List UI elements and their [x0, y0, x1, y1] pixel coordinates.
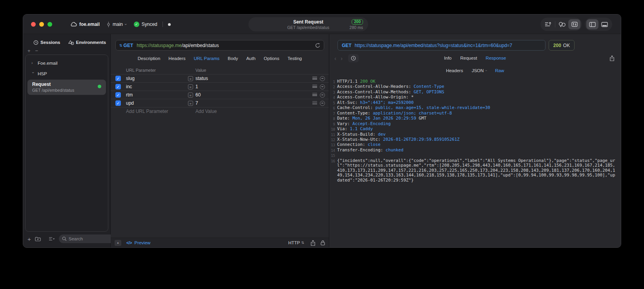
app-window: foe.email main › ✓ Synced Sent Request G… [23, 14, 621, 248]
project-selector[interactable]: foe.email [70, 22, 100, 27]
param-row-rtm: ✓rtm=60 [111, 91, 329, 99]
request-url[interactable]: https://statuspage.me/api/embed/status [137, 43, 315, 48]
tab-environments[interactable]: Environments [68, 40, 106, 45]
resend-button[interactable] [315, 43, 320, 48]
param-value[interactable]: 7 [195, 100, 198, 106]
editor-footer: ▲ </> Preview HTTP ⇅ [111, 238, 329, 247]
tab-info[interactable]: Info [444, 56, 452, 60]
equals-box-icon: = [188, 84, 193, 89]
history-button[interactable] [348, 54, 359, 62]
sent-request-title: Sent Request [287, 19, 329, 25]
protocol-selector[interactable]: HTTP ⇅ [288, 240, 305, 245]
dynamic-values-button[interactable] [556, 19, 568, 29]
tree-item-foe-email[interactable]: ›Foe.email [26, 58, 108, 68]
remove-param-button[interactable] [320, 101, 325, 106]
preview-button[interactable]: </> Preview [126, 240, 150, 245]
subtab-raw[interactable]: Raw [495, 68, 504, 73]
new-group-button[interactable] [35, 236, 41, 242]
subtab-json[interactable]: JSON› [472, 68, 487, 73]
history-back-button[interactable]: ‹ [332, 55, 338, 62]
line-number: 3 [330, 90, 335, 95]
param-value[interactable]: status [195, 76, 208, 81]
remove-param-button[interactable] [320, 93, 325, 98]
branch-selector[interactable]: main › [107, 22, 127, 27]
export-response-button[interactable] [609, 51, 615, 65]
drag-handle-icon[interactable] [312, 93, 317, 97]
tab-testing[interactable]: Testing [288, 56, 302, 61]
tab-request[interactable]: Request [460, 56, 477, 60]
request-method[interactable]: GET [124, 43, 133, 48]
tree-item-hsp[interactable]: ›HSP [26, 68, 108, 79]
synced-check-icon: ✓ [134, 22, 139, 27]
sort-filter-button[interactable] [49, 237, 55, 241]
param-name[interactable]: upd [126, 100, 134, 106]
line-number: 9 [330, 122, 335, 127]
tab-body[interactable]: Body [228, 56, 238, 61]
sync-status[interactable]: ✓ Synced [134, 22, 157, 27]
response-status-box: 200 OK [549, 40, 575, 51]
titlebar-left-cluster: foe.email main › ✓ Synced [70, 15, 171, 34]
request-url-bar[interactable]: ⇅ GET https://statuspage.me/api/embed/st… [115, 40, 324, 51]
line-number: 14 [330, 148, 335, 153]
tab-response[interactable]: Response [486, 56, 506, 60]
drag-handle-icon[interactable] [312, 85, 317, 89]
zoom-window-button[interactable] [47, 22, 52, 27]
param-name[interactable]: rtm [126, 92, 133, 98]
response-url: https://statuspage.me/api/embed/status?s… [355, 43, 513, 48]
response-url-box[interactable]: GET https://statuspage.me/api/embed/stat… [338, 40, 545, 51]
export-code-button[interactable] [542, 19, 554, 29]
export-lines-icon [545, 22, 552, 27]
protocol-updown-icon: ⇅ [301, 241, 304, 245]
tab-options[interactable]: Options [264, 56, 279, 61]
response-line: 2Access-Control-Allow-Headers: Content-T… [329, 84, 615, 89]
line-number: 8 [330, 116, 335, 121]
send-request-button[interactable] [568, 19, 580, 29]
search-icon [62, 236, 67, 241]
drag-handle-icon[interactable] [312, 101, 317, 105]
remove-session-button[interactable]: − [35, 48, 38, 54]
lock-button[interactable] [321, 240, 325, 245]
clock-icon [33, 40, 38, 45]
titlebar: foe.email main › ✓ Synced Sent Request G… [23, 15, 621, 34]
param-value[interactable]: 1 [195, 84, 198, 89]
collapse-panel-button[interactable]: ▲ [115, 240, 121, 246]
line-number: 11 [330, 132, 335, 137]
add-param-value-placeholder[interactable]: Add Value [195, 109, 217, 114]
tab-headers[interactable]: Headers [168, 56, 185, 61]
response-tabs: InfoRequestResponse [329, 51, 621, 65]
tab-url-params[interactable]: URL Params [194, 56, 219, 61]
param-enabled-checkbox[interactable]: ✓ [115, 92, 121, 98]
history-forward-button[interactable]: › [339, 55, 345, 62]
close-window-button[interactable] [31, 22, 36, 27]
response-line: 6Cache-Control: public, max-age=15, stal… [329, 105, 615, 111]
sent-request-widget[interactable]: Sent Request GET /api/embed/status 200 2… [248, 17, 368, 31]
traffic-lights [31, 22, 52, 27]
drag-handle-icon[interactable] [312, 76, 317, 80]
project-name: foe.email [79, 22, 100, 27]
new-request-button[interactable]: + [27, 236, 31, 242]
toggle-sidebar-button[interactable] [586, 19, 598, 29]
subtab-headers[interactable]: Headers [446, 68, 463, 73]
tab-description[interactable]: Description [138, 56, 161, 61]
remove-param-button[interactable] [320, 76, 325, 81]
add-param-name-placeholder[interactable]: Add URL Parameter [126, 109, 168, 114]
param-enabled-checkbox[interactable]: ✓ [115, 100, 121, 106]
param-name[interactable]: inc [126, 84, 132, 89]
line-number: 1 [330, 79, 335, 84]
folder-plus-icon [35, 236, 41, 242]
param-name[interactable]: slug [126, 76, 135, 81]
response-line: 10Via: 1.1 Caddy [329, 127, 615, 132]
tab-auth[interactable]: Auth [246, 56, 255, 61]
minimize-window-button[interactable] [39, 22, 44, 27]
tab-sessions[interactable]: Sessions [33, 40, 60, 45]
toggle-bottom-panel-button[interactable] [598, 19, 611, 29]
param-value[interactable]: 60 [195, 92, 201, 98]
param-enabled-checkbox[interactable]: ✓ [115, 84, 121, 89]
share-request-button[interactable] [310, 240, 316, 246]
remove-param-button[interactable] [320, 84, 325, 89]
param-enabled-checkbox[interactable]: ✓ [115, 76, 121, 81]
add-session-button[interactable]: + [27, 48, 31, 54]
request-list-item-selected[interactable]: Request GET /api/embed/status [27, 80, 106, 95]
chevron-right-icon: › [31, 61, 35, 65]
add-param-row[interactable]: Add URL Parameter Add Value [111, 107, 329, 115]
